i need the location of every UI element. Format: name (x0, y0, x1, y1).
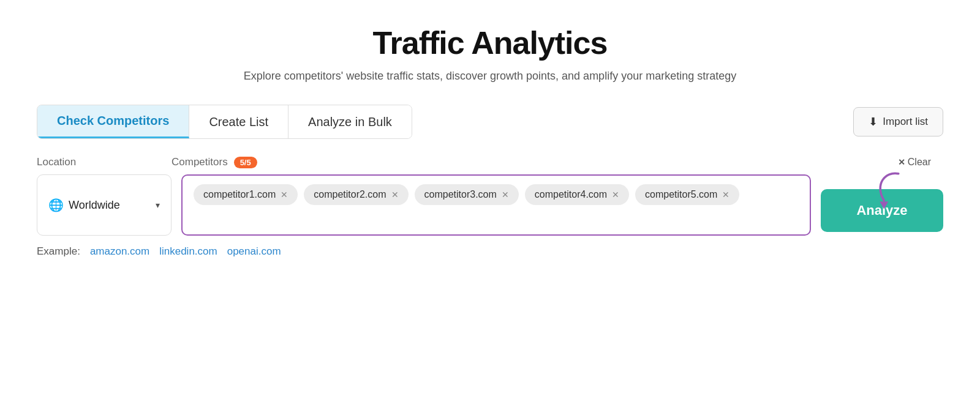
import-icon: ⬇ (869, 115, 878, 129)
tag-competitor4: competitor4.com ✕ (525, 184, 629, 205)
tag-competitor1: competitor1.com ✕ (194, 184, 298, 205)
tag-competitor2: competitor2.com ✕ (304, 184, 408, 205)
tag-label: competitor1.com (203, 189, 276, 200)
tag-competitor5: competitor5.com ✕ (635, 184, 739, 205)
example-link-amazon[interactable]: amazon.com (90, 245, 149, 258)
svg-marker-0 (880, 201, 888, 209)
globe-icon: 🌐 (48, 198, 64, 212)
tabs-row: Check Competitors Create List Analyze in… (37, 105, 943, 139)
tag-remove-button[interactable]: ✕ (281, 190, 288, 200)
example-link-linkedin[interactable]: linkedin.com (159, 245, 217, 258)
form-section: Location Competitors 5/5 ✕ Clear 🌐 World… (37, 156, 943, 236)
clear-label: Clear (908, 157, 931, 168)
tag-remove-button[interactable]: ✕ (391, 190, 399, 200)
page-title: Traffic Analytics (37, 24, 943, 61)
examples-row: Example: amazon.com linkedin.com openai.… (37, 245, 943, 258)
tag-label: competitor5.com (645, 189, 717, 200)
example-link-openai[interactable]: openai.com (227, 245, 281, 258)
form-labels-row: Location Competitors 5/5 ✕ Clear (37, 156, 943, 168)
examples-label: Example: (37, 245, 80, 258)
tag-remove-button[interactable]: ✕ (612, 190, 619, 200)
location-label: Location (37, 156, 172, 168)
clear-icon: ✕ (898, 157, 905, 167)
location-dropdown[interactable]: 🌐 Worldwide ▾ (37, 174, 172, 236)
competitors-label-area: Competitors 5/5 ✕ Clear (172, 156, 943, 168)
tag-label: competitor3.com (424, 189, 497, 200)
tab-check-competitors[interactable]: Check Competitors (37, 105, 189, 138)
import-list-label: Import list (883, 116, 928, 128)
clear-button[interactable]: ✕ Clear (898, 157, 943, 168)
tab-create-list[interactable]: Create List (189, 105, 288, 138)
tag-remove-button[interactable]: ✕ (502, 190, 509, 200)
competitors-label: Competitors (172, 156, 228, 168)
import-list-button[interactable]: ⬇ Import list (853, 107, 943, 136)
tag-label: competitor4.com (535, 189, 607, 200)
header-section: Traffic Analytics Explore competitors' w… (37, 24, 943, 83)
tabs-container: Check Competitors Create List Analyze in… (37, 105, 412, 139)
competitors-input-box[interactable]: competitor1.com ✕ competitor2.com ✕ comp… (181, 174, 811, 236)
location-value: Worldwide (69, 199, 120, 212)
page-subtitle: Explore competitors' website traffic sta… (37, 70, 943, 83)
competitors-count-badge: 5/5 (234, 157, 257, 168)
arrow-annotation (864, 168, 907, 214)
chevron-down-icon: ▾ (156, 200, 160, 210)
tab-analyze-in-bulk[interactable]: Analyze in Bulk (288, 105, 412, 138)
arrow-icon (864, 168, 907, 211)
form-inputs-row: 🌐 Worldwide ▾ competitor1.com ✕ competit… (37, 174, 943, 236)
tag-label: competitor2.com (314, 189, 386, 200)
tag-remove-button[interactable]: ✕ (722, 190, 729, 200)
tag-competitor3: competitor3.com ✕ (415, 184, 519, 205)
analyze-btn-container: Analyze (821, 174, 943, 236)
